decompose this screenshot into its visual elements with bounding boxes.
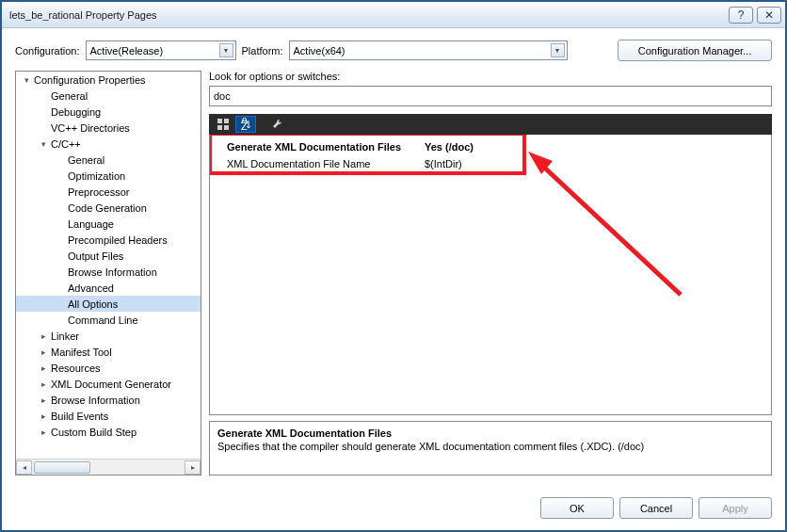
- tree-item-label: Precompiled Headers: [68, 234, 168, 246]
- help-button[interactable]: ?: [729, 7, 753, 24]
- configuration-label: Configuration:: [15, 45, 80, 56]
- tree-horizontal-scrollbar[interactable]: ◂ ▸: [16, 459, 201, 475]
- expand-closed-icon[interactable]: ▸: [39, 347, 49, 357]
- expand-none: [56, 186, 66, 197]
- config-manager-button[interactable]: Configuration Manager...: [618, 40, 772, 61]
- grid-toolbar: AZ: [209, 114, 772, 135]
- close-button[interactable]: ✕: [757, 7, 781, 24]
- tree-item-label: Custom Build Step: [51, 427, 137, 438]
- search-input[interactable]: [209, 86, 772, 106]
- tree-item[interactable]: All Options: [16, 296, 201, 312]
- ok-button[interactable]: OK: [540, 497, 614, 519]
- tree-item[interactable]: General: [16, 152, 201, 168]
- tree-item-label: VC++ Directories: [51, 122, 130, 134]
- tree-item-label: Output Files: [68, 250, 123, 262]
- categorized-icon[interactable]: [213, 116, 233, 133]
- description-pane: Generate XML Documentation Files Specifi…: [209, 421, 772, 476]
- tree-item-label: XML Document Generator: [51, 379, 171, 390]
- expand-open-icon[interactable]: ▾: [22, 74, 32, 85]
- expand-none: [39, 106, 49, 117]
- tree-item-label: Linker: [51, 330, 79, 342]
- tree-item-label: Browse Information: [68, 266, 157, 278]
- tree-item-label: Build Events: [51, 411, 108, 422]
- expand-open-icon[interactable]: ▾: [39, 138, 49, 149]
- tree-item-label: Debugging: [51, 106, 101, 118]
- tree-item-label: Language: [68, 218, 114, 230]
- scroll-left-icon[interactable]: ◂: [16, 460, 32, 475]
- tree-item[interactable]: Language: [16, 216, 201, 232]
- platform-value: Active(x64): [294, 45, 345, 56]
- cancel-button[interactable]: Cancel: [619, 497, 693, 519]
- tree-item[interactable]: Output Files: [16, 248, 201, 264]
- apply-button[interactable]: Apply: [699, 497, 772, 519]
- tree-item[interactable]: ▸Resources: [16, 360, 201, 376]
- svg-rect-0: [217, 119, 222, 123]
- property-grid[interactable]: Generate XML Documentation FilesYes (/do…: [209, 135, 772, 415]
- svg-rect-3: [224, 125, 229, 130]
- tree-item[interactable]: Code Generation: [16, 200, 201, 216]
- tree-item[interactable]: Advanced: [16, 280, 201, 296]
- expand-none: [39, 122, 49, 133]
- tree-item[interactable]: Browse Information: [16, 264, 201, 280]
- tree-item[interactable]: ▾C/C++: [16, 136, 201, 152]
- expand-closed-icon[interactable]: ▸: [39, 395, 49, 405]
- right-pane: Look for options or switches: AZ Generat…: [209, 71, 772, 476]
- chevron-down-icon: ▾: [551, 43, 565, 57]
- svg-rect-1: [224, 119, 229, 123]
- tree-item-label: Manifest Tool: [51, 347, 112, 358]
- expand-none: [56, 298, 66, 309]
- annotation-highlight: [209, 135, 526, 175]
- tree-item[interactable]: ▸Custom Build Step: [16, 424, 201, 440]
- tree-item-label: Code Generation: [68, 202, 147, 214]
- expand-closed-icon[interactable]: ▸: [39, 330, 49, 341]
- svg-text:Z: Z: [241, 121, 248, 131]
- tree-item-label: Preprocessor: [68, 186, 129, 198]
- tree-item[interactable]: ▸Linker: [16, 328, 201, 344]
- tree-item[interactable]: ▸Manifest Tool: [16, 344, 201, 360]
- config-row: Configuration: Active(Release) ▾ Platfor…: [2, 28, 785, 71]
- scroll-right-icon[interactable]: ▸: [185, 460, 201, 475]
- tree-item[interactable]: Command Line: [16, 312, 201, 328]
- tree-item-label: General: [51, 90, 88, 102]
- expand-none: [39, 90, 49, 101]
- tree-item[interactable]: VC++ Directories: [16, 120, 201, 136]
- expand-none: [56, 250, 66, 261]
- tree-item[interactable]: Debugging: [16, 104, 201, 120]
- expand-closed-icon[interactable]: ▸: [39, 411, 49, 421]
- expand-closed-icon[interactable]: ▸: [39, 379, 49, 389]
- svg-line-6: [539, 163, 681, 295]
- tree-item[interactable]: Precompiled Headers: [16, 232, 201, 248]
- tree-item[interactable]: Preprocessor: [16, 184, 201, 200]
- tree-item-label: Configuration Properties: [34, 74, 146, 86]
- expand-closed-icon[interactable]: ▸: [39, 363, 49, 373]
- search-label: Look for options or switches:: [209, 71, 772, 82]
- svg-rect-2: [217, 125, 222, 130]
- tree-item[interactable]: ▸Browse Information: [16, 392, 201, 408]
- titlebar: lets_be_rational Property Pages ? ✕: [2, 2, 785, 28]
- tree-item[interactable]: Optimization: [16, 168, 201, 184]
- tree-item[interactable]: ▸Build Events: [16, 408, 201, 424]
- platform-combo[interactable]: Active(x64) ▾: [289, 40, 568, 60]
- expand-none: [56, 202, 66, 213]
- expand-closed-icon[interactable]: ▸: [39, 427, 49, 437]
- expand-none: [56, 154, 66, 165]
- tree-item-label: Optimization: [68, 170, 125, 182]
- platform-label: Platform:: [242, 45, 283, 56]
- tree-item-label: C/C++: [51, 138, 81, 150]
- configuration-combo[interactable]: Active(Release) ▾: [86, 40, 236, 60]
- wrench-icon[interactable]: [267, 116, 288, 133]
- expand-none: [56, 234, 66, 245]
- window-title: lets_be_rational Property Pages: [6, 9, 725, 21]
- description-title: Generate XML Documentation Files: [217, 427, 763, 439]
- tree-item[interactable]: ▾Configuration Properties: [16, 72, 201, 88]
- expand-none: [56, 314, 66, 325]
- tree-item-label: Browse Information: [51, 395, 140, 406]
- tree-item[interactable]: ▸XML Document Generator: [16, 376, 201, 392]
- chevron-down-icon: ▾: [219, 43, 233, 57]
- main-area: ▾Configuration PropertiesGeneralDebuggin…: [2, 71, 785, 476]
- scroll-thumb[interactable]: [34, 461, 90, 474]
- configuration-value: Active(Release): [90, 45, 164, 56]
- property-tree[interactable]: ▾Configuration PropertiesGeneralDebuggin…: [15, 71, 201, 476]
- alpha-sort-icon[interactable]: AZ: [235, 116, 256, 133]
- tree-item[interactable]: General: [16, 88, 201, 104]
